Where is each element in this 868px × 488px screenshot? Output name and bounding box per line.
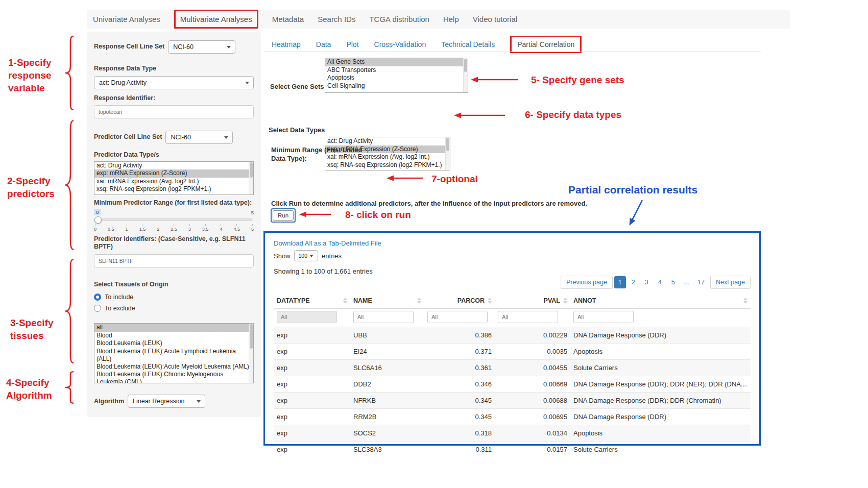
slider-handle[interactable] bbox=[94, 216, 102, 224]
nav-item-univariate-analyses[interactable]: Univariate Analyses bbox=[93, 15, 160, 23]
page-number[interactable]: 5 bbox=[667, 276, 679, 288]
sort-icon[interactable] bbox=[417, 298, 421, 304]
chevron-down-icon bbox=[309, 255, 314, 257]
nav-item-tcga-distribution[interactable]: TCGA distribution bbox=[369, 15, 429, 23]
scrollbar-thumb[interactable] bbox=[250, 162, 253, 178]
nav-item-video-tutorial[interactable]: Video tutorial bbox=[473, 15, 517, 23]
previous-page-button[interactable]: Previous page bbox=[561, 276, 613, 289]
page-number[interactable]: 2 bbox=[628, 276, 639, 288]
cell-annot: DNA Damage Response (DDR) bbox=[570, 409, 751, 425]
include-radio[interactable] bbox=[94, 294, 101, 301]
scrollbar[interactable] bbox=[249, 162, 253, 194]
response-cell-line-set-select[interactable]: NCI-60 bbox=[168, 40, 235, 54]
scrollbar-thumb[interactable] bbox=[446, 138, 449, 151]
list-item-selected[interactable]: exp: mRNA Expression (Z-Score) bbox=[94, 169, 253, 178]
scrollbar[interactable] bbox=[445, 137, 450, 170]
page-number[interactable]: 4 bbox=[654, 276, 666, 288]
sort-icon[interactable] bbox=[488, 298, 492, 304]
partial-correlation-results-panel: Download All as a Tab-Delimited File Sho… bbox=[263, 231, 761, 446]
exclude-radio[interactable] bbox=[94, 305, 101, 312]
annotation-step3: 3-Specify tissues bbox=[10, 316, 61, 342]
scrollbar[interactable] bbox=[463, 58, 468, 92]
list-item[interactable]: xsq: RNA-seq Expression (log2 FPKM+1.) bbox=[94, 185, 253, 193]
list-item[interactable]: Blood:Leukemia (LEUK):Acute Lymphoid Leu… bbox=[94, 348, 253, 363]
scrollbar[interactable] bbox=[249, 324, 253, 383]
sort-icon[interactable] bbox=[563, 298, 567, 304]
tab-partial-correlation[interactable]: Partial Correlation bbox=[510, 36, 582, 53]
list-item[interactable]: Apoptosis bbox=[325, 74, 468, 82]
cell-parcor: 0.345 bbox=[424, 409, 495, 425]
response-data-type-select[interactable]: act: Drug Activity bbox=[94, 76, 254, 89]
list-item[interactable]: act: Drug Activity bbox=[325, 137, 450, 145]
tab-plot[interactable]: Plot bbox=[346, 40, 358, 48]
page: Univariate Analyses Multivariate Analyse… bbox=[0, 0, 868, 488]
cell-pval: 0.0157 bbox=[495, 442, 570, 458]
slider-track[interactable] bbox=[95, 218, 253, 221]
nav-item-metadata[interactable]: Metadata bbox=[272, 15, 304, 23]
scrollbar-thumb[interactable] bbox=[464, 59, 467, 72]
tab-technical-details[interactable]: Technical Details bbox=[441, 40, 495, 48]
tab-data[interactable]: Data bbox=[316, 40, 331, 48]
scrollbar-thumb[interactable] bbox=[250, 324, 253, 349]
annotation-step8: 8- click on run bbox=[345, 208, 411, 221]
filter-input-annot[interactable] bbox=[573, 311, 634, 323]
filter-input-parcor[interactable] bbox=[427, 311, 488, 323]
predictor-identifiers-input[interactable] bbox=[94, 254, 254, 267]
min-predictor-range-label: Minimum Predictor Range (for first liste… bbox=[94, 199, 254, 207]
filter-input-pval[interactable] bbox=[498, 311, 558, 323]
list-item[interactable]: Blood:Leukemia (LEUK) bbox=[94, 339, 253, 348]
show-entries-select[interactable]: 100 bbox=[294, 250, 319, 261]
algorithm-select[interactable]: Linear Regression bbox=[128, 395, 205, 408]
chevron-down-icon bbox=[224, 136, 228, 139]
page-number[interactable]: 3 bbox=[641, 276, 653, 288]
column-header-datatype[interactable]: DATATYPE bbox=[274, 293, 350, 309]
table-row: exp SLC6A16 0.361 0.00455 Solute Carrier… bbox=[274, 360, 751, 376]
cell-pval: 0.00688 bbox=[495, 393, 570, 409]
sort-icon[interactable] bbox=[343, 298, 347, 304]
filter-input-name[interactable] bbox=[353, 311, 414, 323]
list-item[interactable]: Blood:Leukemia (LEUK):Acute Myeloid Leuk… bbox=[94, 363, 253, 371]
list-item[interactable]: ABC Transporters bbox=[325, 66, 468, 75]
run-instructions: Click Run to determine additional predic… bbox=[271, 200, 587, 208]
response-identifier-input[interactable] bbox=[94, 105, 254, 118]
run-button[interactable]: Run bbox=[273, 210, 294, 221]
page-number[interactable]: 17 bbox=[693, 276, 709, 288]
tab-cross-validation[interactable]: Cross-Validation bbox=[374, 40, 426, 48]
include-radio-label: To include bbox=[105, 294, 133, 301]
column-header-annot[interactable]: ANNOT bbox=[570, 293, 751, 309]
next-page-button[interactable]: Next page bbox=[710, 276, 751, 289]
predictor-cell-line-set-value: NCI-60 bbox=[171, 134, 191, 141]
predictor-cell-line-set-select[interactable]: NCI-60 bbox=[165, 131, 233, 144]
sort-icon[interactable] bbox=[743, 298, 748, 304]
filter-input-datatype[interactable] bbox=[277, 311, 337, 323]
list-item[interactable]: Blood:Leukemia (LEUK):Chronic Myelogenou… bbox=[94, 371, 253, 384]
table-row: exp UBB 0.386 0.00229 DNA Damage Respons… bbox=[274, 327, 751, 344]
show-label: Show bbox=[274, 252, 291, 260]
nav-item-multivariate-analyses[interactable]: Multivariate Analyses bbox=[174, 10, 258, 29]
cell-name: DDB2 bbox=[350, 376, 424, 393]
cell-pval: 0.00455 bbox=[495, 360, 570, 376]
annotation-step1: 1-Specify response variable bbox=[8, 56, 65, 94]
results-arrow bbox=[625, 199, 645, 230]
gene-sets-label: Select Gene Sets bbox=[270, 83, 324, 91]
nav-item-search-ids[interactable]: Search IDs bbox=[318, 15, 355, 23]
cell-pval: 0.0134 bbox=[495, 425, 570, 442]
cell-annot: Apoptosis bbox=[570, 425, 751, 442]
page-number-active[interactable]: 1 bbox=[614, 276, 626, 288]
tab-heatmap[interactable]: Heatmap bbox=[272, 40, 301, 48]
page-ellipsis: … bbox=[681, 276, 692, 288]
list-item[interactable]: Cell Signaling bbox=[325, 82, 468, 90]
download-link[interactable]: Download All as a Tab-Delimited File bbox=[274, 239, 381, 247]
nav-item-help[interactable]: Help bbox=[443, 15, 459, 23]
list-item[interactable]: act: Drug Activity bbox=[94, 162, 253, 170]
column-header-name[interactable]: NAME bbox=[350, 293, 424, 309]
list-item-selected[interactable]: All Gene Sets bbox=[325, 58, 468, 66]
column-header-pval[interactable]: PVAL bbox=[495, 293, 570, 309]
list-item[interactable]: Blood bbox=[94, 332, 253, 340]
list-item-selected[interactable]: all bbox=[94, 324, 253, 332]
column-header-parcor[interactable]: PARCOR bbox=[424, 293, 495, 309]
predictor-identifiers-label: Predictor Identifiers: (Case-Sensitive, … bbox=[94, 235, 254, 251]
list-item[interactable]: xai: mRNA Expression (Avg. log2 Int.) bbox=[94, 178, 253, 186]
annotation-step5: 5- Specify gene sets bbox=[531, 74, 624, 86]
cell-name: SOCS2 bbox=[350, 425, 424, 442]
